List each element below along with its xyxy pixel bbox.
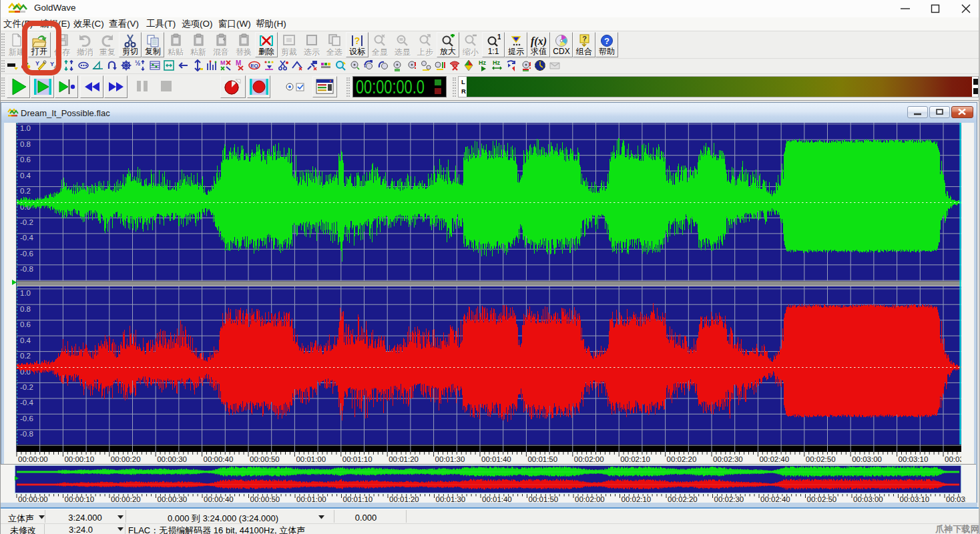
svg-text:00:01:50: 00:01:50 [529,495,559,503]
svg-text:00:02:20: 00:02:20 [667,455,697,463]
svg-text:00:02:10: 00:02:10 [620,455,650,463]
svg-text:Hz: Hz [479,59,486,66]
svg-text:-0.8: -0.8 [20,430,33,438]
svg-text:00:01:40: 00:01:40 [481,455,511,463]
svg-text:00:00:50: 00:00:50 [250,455,280,463]
svg-text:EQ: EQ [250,63,258,69]
svg-text:00:00:20: 00:00:20 [111,495,141,503]
svg-text:00:00:30: 00:00:30 [157,455,187,463]
svg-text:00:03:10: 00:03:10 [900,495,930,503]
svg-text:L: L [461,78,465,85]
svg-text:?: ? [604,36,609,46]
svg-text:00:02:00: 00:02:00 [575,495,605,503]
svg-text:00:01:20: 00:01:20 [389,495,419,503]
svg-text:00:03:00: 00:03:00 [853,495,883,503]
svg-text:00:00:00: 00:00:00 [18,495,48,503]
svg-text:00:02:00: 00:02:00 [574,455,604,463]
svg-text:-0.2: -0.2 [20,218,33,226]
svg-text:00:01:50: 00:01:50 [527,455,557,463]
svg-text:00:02:40: 00:02:40 [759,455,789,463]
svg-text:00:00:10: 00:00:10 [64,455,94,463]
svg-text:R: R [461,87,466,95]
svg-text:00:02:30: 00:02:30 [714,495,744,503]
svg-text:00:00:00: 00:00:00 [18,455,48,463]
svg-text:t: t [364,62,366,69]
svg-text:-0.2: -0.2 [20,383,33,391]
svg-text:0.2: 0.2 [20,352,31,360]
svg-text:00:00:40: 00:00:40 [204,455,234,463]
svg-text:00:00:20: 00:00:20 [111,455,141,463]
svg-text:00:00:40: 00:00:40 [204,495,234,503]
svg-text:-0.4: -0.4 [20,398,33,407]
svg-text:0.8: 0.8 [20,305,31,313]
svg-text:00:02:50: 00:02:50 [807,495,837,503]
svg-text:00:02:40: 00:02:40 [760,495,790,503]
svg-text:?: ? [354,35,360,46]
svg-text:0.6: 0.6 [20,156,31,164]
svg-text:00:01:20: 00:01:20 [389,455,419,463]
svg-text:00:02:20: 00:02:20 [668,495,698,503]
svg-text:00:01:00: 00:01:00 [296,455,326,463]
svg-text:½: ½ [135,59,140,67]
svg-text:0.6: 0.6 [20,320,31,328]
svg-text:00:02:50: 00:02:50 [806,455,836,463]
svg-text:0.8: 0.8 [20,140,31,148]
svg-text:0.4: 0.4 [20,336,31,344]
svg-text:M: M [220,59,226,66]
svg-text:-0.6: -0.6 [20,415,33,423]
svg-text:00:02:10: 00:02:10 [622,495,652,503]
svg-text:00:01:00: 00:01:00 [296,495,326,503]
svg-text:Hz: Hz [493,59,500,66]
svg-text:-0.8: -0.8 [20,265,33,273]
svg-text:1.0: 1.0 [20,124,31,132]
svg-text:f(x): f(x) [531,35,547,47]
svg-text:00:01:30: 00:01:30 [435,455,465,463]
svg-text:-0.4: -0.4 [20,234,33,242]
svg-text:00:02:30: 00:02:30 [713,455,743,463]
svg-text:1: 1 [497,34,501,41]
svg-text:00:03:00: 00:03:00 [852,455,882,463]
svg-text:1.0: 1.0 [20,289,31,297]
svg-text:00:01:30: 00:01:30 [436,495,466,503]
svg-text:00:03:10: 00:03:10 [899,455,929,463]
svg-text:00:01:10: 00:01:10 [342,455,373,463]
svg-text:00:01:10: 00:01:10 [343,495,373,503]
svg-text:0.4: 0.4 [20,172,31,180]
svg-text:?: ? [582,35,587,43]
svg-text:00:00:30: 00:00:30 [158,495,188,503]
svg-text:M: M [236,59,241,67]
svg-text:0.2: 0.2 [20,187,31,195]
svg-text:00:01:40: 00:01:40 [482,495,512,503]
svg-text:00:00:50: 00:00:50 [250,495,280,503]
svg-text:00:00:10: 00:00:10 [65,495,95,503]
svg-text:-0.6: -0.6 [20,250,33,258]
